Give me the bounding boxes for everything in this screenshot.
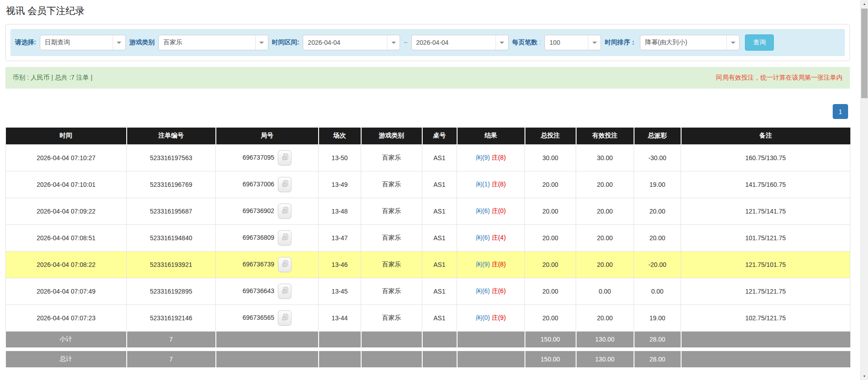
summary-currency-count: 币别 : 人民币 | 总共 :7 注单 | [13,74,92,82]
footer-empty-cell [216,351,319,367]
table-row: 2026-04-04 07:09:22523316195687696736902… [6,198,850,224]
date-from-picker[interactable]: 2026-04-04 [303,35,400,50]
game-type-select[interactable]: 百家乐 [158,35,268,50]
total-bet-link[interactable]: 20.00 [525,224,576,251]
sort-select[interactable]: 降幂(由大到小) [640,35,739,50]
total-bet-link[interactable]: 20.00 [525,251,576,278]
round-id: 696737095 [243,153,274,161]
column-header: 桌号 [422,128,457,144]
note-cell: 141.75/160.75 [681,171,850,198]
chevron-down-icon [726,35,739,50]
video-replay-icon [281,314,289,321]
column-header: 场次 [319,128,361,144]
video-replay-button[interactable] [278,230,291,246]
note-cell: 121.75/101.75 [681,251,850,278]
round-id: 696736809 [243,233,274,241]
result-cell: 闲(6) 庄(4) [457,224,525,251]
game-type-cell: 百家乐 [361,198,422,224]
video-replay-button[interactable] [278,257,291,272]
chevron-down-icon [588,35,601,50]
page-size-select[interactable]: 100 [544,35,601,50]
table-no-cell: AS1 [422,304,457,331]
chevron-down-icon [387,35,400,50]
time-cell: 2026-04-04 07:10:27 [6,144,127,171]
footer-empty-cell [216,331,319,347]
payout-cell: -30.00 [634,144,681,171]
page-size-value: 100 [549,39,560,46]
footer-empty-cell [319,351,361,367]
column-header: 注单编号 [127,128,216,144]
round-cell: 696736739 [216,251,319,278]
column-header: 局号 [216,128,319,144]
session-cell: 13-49 [319,171,361,198]
page-1-button[interactable]: 1 [833,104,848,119]
date-to-value: 2026-04-04 [416,39,449,46]
game-type-label: 游戏类别 [129,38,155,47]
arrow-down-icon[interactable]: ▼ [861,372,868,380]
bet-records-table: 时间注单编号局号场次游戏类别桌号结果总投注有效投注总派彩备注 2026-04-0… [5,128,850,367]
video-replay-button[interactable] [278,204,291,219]
time-cell: 2026-04-04 07:08:22 [6,251,127,278]
time-cell: 2026-04-04 07:07:49 [6,278,127,304]
total-bet-link[interactable]: 20.00 [525,198,576,224]
table-body: 2026-04-04 07:10:27523316197563696737095… [6,144,850,331]
video-replay-button[interactable] [278,150,291,166]
footer-valid-bet: 130.00 [576,351,634,367]
scrollbar[interactable]: ▲ ▼ [860,0,868,380]
footer-label: 小计 [6,331,127,347]
date-from-value: 2026-04-04 [308,39,340,46]
footer-label: 总计 [6,351,127,367]
table-no-cell: AS1 [422,251,457,278]
query-type-select[interactable]: 日期查询 [40,35,126,50]
video-replay-button[interactable] [278,284,291,299]
footer-count: 7 [127,351,216,367]
table-row: 2026-04-04 07:08:51523316194840696736809… [6,224,850,251]
result-banker: 庄(8) [491,180,506,188]
note-cell: 121.75/141.75 [681,198,850,224]
search-button[interactable]: 查询 [745,34,774,51]
round-cell: 696736902 [216,198,319,224]
video-replay-button[interactable] [278,310,291,326]
round-cell: 696737095 [216,144,319,171]
footer-payout: 28.00 [634,351,681,367]
result-player: 闲(9) [476,154,490,161]
scrollbar-thumb[interactable] [861,9,868,98]
payout-cell: 20.00 [634,224,681,251]
time-cell: 2026-04-04 07:09:22 [6,198,127,224]
date-to-picker[interactable]: 2026-04-04 [411,35,509,50]
arrow-up-icon[interactable]: ▲ [861,0,868,8]
table-row: 2026-04-04 07:10:01523316196769696737006… [6,171,850,198]
round-cell: 696736565 [216,304,319,331]
round-id: 696736565 [243,314,274,321]
footer-empty-cell [361,331,422,347]
column-header: 结果 [457,128,525,144]
video-replay-button[interactable] [278,177,291,192]
total-bet-link[interactable]: 30.00 [525,144,576,171]
column-header: 备注 [681,128,850,144]
payout-cell: 19.00 [634,171,681,198]
result-player: 闲(6) [476,234,490,241]
result-banker: 庄(8) [491,261,506,268]
valid-bet-cell: 20.00 [576,304,634,331]
bet-id-cell: 523316194840 [127,224,216,251]
footer-empty-cell [457,331,525,347]
payout-cell: 0.00 [634,278,681,304]
round-id: 696736739 [243,260,274,267]
total-bet-link[interactable]: 20.00 [525,304,576,331]
total-bet-link[interactable]: 20.00 [525,171,576,198]
valid-bet-cell: 30.00 [576,144,634,171]
table-row: 2026-04-04 07:07:23523316192146696736565… [6,304,850,331]
query-type-value: 日期查询 [45,38,70,47]
table-no-cell: AS1 [422,278,457,304]
bet-id-cell: 523316195687 [127,198,216,224]
result-banker: 庄(4) [491,234,506,241]
page-size-label: 每页笔数 : [512,38,541,47]
session-cell: 13-46 [319,251,361,278]
result-banker: 庄(6) [491,287,506,294]
total-bet-link[interactable]: 20.00 [525,278,576,304]
round-cell: 696736643 [216,278,319,304]
footer-payout: 28.00 [634,331,681,347]
video-replay-icon [281,287,289,294]
result-banker: 庄(8) [491,154,506,161]
bet-id-cell: 523316197563 [127,144,216,171]
